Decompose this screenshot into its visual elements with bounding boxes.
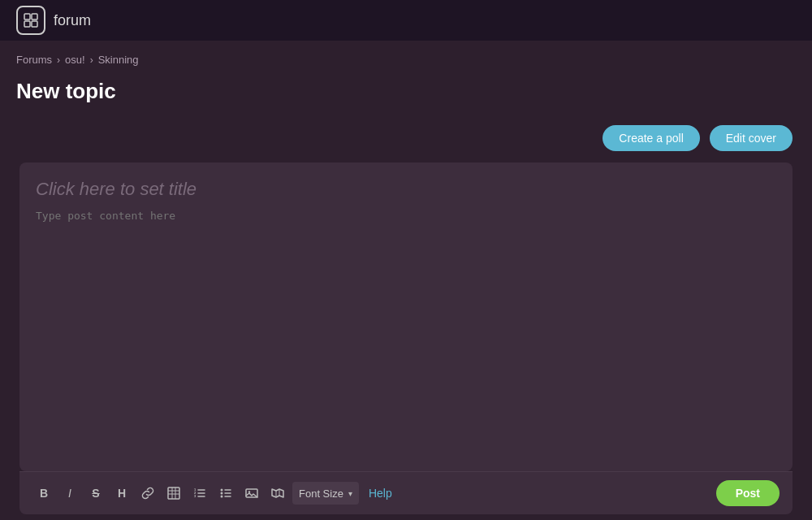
svg-rect-3 — [32, 21, 37, 27]
breadcrumb-arrow-2: › — [90, 54, 93, 66]
image-button[interactable] — [240, 482, 263, 505]
svg-text:3: 3 — [194, 494, 197, 498]
link-icon — [141, 487, 154, 500]
logo-icon — [16, 6, 45, 35]
logo-text: forum — [54, 12, 91, 29]
heading-icon: H — [118, 487, 126, 500]
breadcrumb: Forums › osu! › Skinning — [0, 41, 812, 72]
breadcrumb-forums[interactable]: Forums — [16, 54, 52, 66]
unordered-list-icon — [219, 487, 232, 500]
svg-rect-2 — [24, 21, 30, 27]
post-button[interactable]: Post — [716, 480, 780, 506]
map-button[interactable] — [266, 482, 289, 505]
svg-point-17 — [221, 496, 223, 498]
ordered-list-icon: 1 2 3 — [193, 487, 206, 500]
breadcrumb-skinning: Skinning — [98, 54, 139, 66]
logo-container: forum — [16, 6, 91, 35]
font-size-label: Font Size — [299, 488, 343, 500]
table-button[interactable] — [162, 482, 185, 505]
editor-container: Click here to set title — [19, 162, 793, 471]
action-bar: Create a poll Edit cover — [0, 117, 812, 159]
strikethrough-icon: S — [92, 487, 99, 500]
svg-point-16 — [221, 492, 223, 495]
font-size-dropdown[interactable]: Font Size ▾ — [292, 482, 359, 505]
table-icon — [167, 487, 180, 500]
italic-button[interactable]: I — [58, 482, 81, 505]
breadcrumb-arrow-1: › — [57, 54, 60, 66]
map-icon — [271, 487, 284, 500]
page-title: New topic — [16, 79, 796, 104]
content-input[interactable] — [36, 210, 776, 437]
svg-rect-4 — [168, 488, 179, 499]
bold-icon: B — [40, 487, 48, 500]
svg-rect-0 — [24, 14, 30, 20]
ordered-list-button[interactable]: 1 2 3 — [188, 482, 211, 505]
unordered-list-button[interactable] — [214, 482, 237, 505]
italic-icon: I — [68, 487, 71, 500]
link-button[interactable] — [136, 482, 159, 505]
image-icon — [245, 487, 258, 500]
bold-button[interactable]: B — [32, 482, 55, 505]
header: forum — [0, 0, 812, 41]
breadcrumb-osu[interactable]: osu! — [65, 54, 85, 66]
create-poll-button[interactable]: Create a poll — [603, 125, 699, 151]
dropdown-arrow-icon: ▾ — [348, 489, 352, 498]
svg-rect-1 — [32, 14, 37, 20]
svg-point-15 — [221, 489, 223, 492]
title-input[interactable]: Click here to set title — [36, 179, 776, 200]
page-title-bar: New topic — [0, 72, 812, 117]
heading-button[interactable]: H — [110, 482, 133, 505]
strikethrough-button[interactable]: S — [84, 482, 107, 505]
help-button[interactable]: Help — [369, 487, 392, 500]
editor-toolbar: B I S H 1 2 3 — [19, 471, 793, 514]
edit-cover-button[interactable]: Edit cover — [710, 125, 793, 151]
